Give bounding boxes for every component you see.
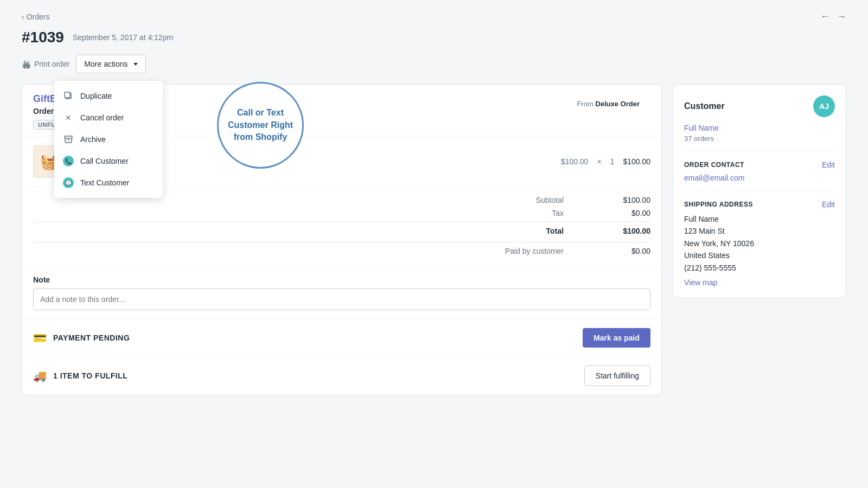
more-actions-label: More actions	[84, 60, 127, 68]
printer-icon: 🖨️	[22, 60, 31, 68]
shipping-edit-button[interactable]: Edit	[822, 200, 835, 209]
product-price: $100.00	[561, 157, 589, 166]
avatar: AJ	[813, 95, 835, 117]
source-label: From	[577, 100, 593, 108]
divider-2	[684, 191, 835, 191]
customer-title: Customer	[684, 101, 725, 111]
product-quantity: 1	[610, 157, 615, 166]
fulfill-label: 1 ITEM TO FULFILL	[53, 371, 127, 380]
archive-icon	[63, 134, 74, 145]
order-source: From Deluxe Order	[566, 93, 650, 108]
payment-icon: 💳	[33, 331, 47, 344]
shipping-address: Full Name 123 Main St New York, NY 10026…	[684, 213, 835, 274]
order-summary: Subtotal $100.00 Tax $0.00 Total $100.00…	[22, 187, 661, 266]
nav-arrows: ← →	[820, 11, 846, 22]
dropdown-item-call[interactable]: 📞 Call Customer	[54, 150, 163, 172]
truck-icon: 🚚	[33, 369, 47, 382]
note-section: Note	[22, 266, 661, 319]
dropdown-item-cancel[interactable]: ✕ Cancel order	[54, 107, 163, 129]
order-date: September 5, 2017 at 4:12pm	[73, 33, 173, 42]
callout-text: Call or Text Customer Right from Shopify	[227, 107, 293, 143]
contact-section-header: ORDER CONTACT Edit	[684, 160, 835, 169]
order-header: #1039 September 5, 2017 at 4:12pm	[22, 29, 846, 46]
callout-circle: Call or Text Customer Right from Shopify	[217, 82, 304, 169]
back-link[interactable]: ‹ Orders	[22, 12, 49, 21]
svg-rect-2	[65, 136, 72, 138]
print-order-button[interactable]: 🖨️ Print order	[22, 60, 69, 68]
payment-section: 💳 PAYMENT PENDING Mark as paid	[22, 319, 661, 356]
view-map-link[interactable]: View map	[684, 278, 835, 287]
next-order-button[interactable]: →	[837, 11, 846, 22]
contact-email[interactable]: email@email.com	[684, 174, 744, 182]
total-row: Total $100.00	[33, 222, 650, 237]
order-number: #1039	[22, 29, 64, 46]
dropdown-item-text[interactable]: 💬 Text Customer	[54, 172, 163, 194]
tax-label: Tax	[552, 209, 564, 217]
chevron-down-icon	[133, 63, 138, 66]
back-arrow-icon: ‹	[22, 12, 24, 21]
product-pricing: $100.00 × 1 $100.00	[561, 157, 650, 166]
address-line-3: New York, NY 10026	[684, 237, 835, 249]
subtotal-value: $100.00	[607, 196, 650, 204]
cancel-label: Cancel order	[80, 113, 124, 122]
source-name: Deluxe Order	[595, 100, 640, 108]
product-total: $100.00	[623, 157, 650, 166]
contact-edit-button[interactable]: Edit	[822, 160, 835, 169]
paid-label: Paid by customer	[505, 247, 564, 255]
payment-label: PAYMENT PENDING	[53, 333, 130, 342]
address-line-4: United States	[684, 249, 835, 261]
shipping-section-header: SHIPPING ADDRESS Edit	[684, 200, 835, 209]
note-label: Note	[33, 275, 650, 284]
print-label: Print order	[34, 60, 69, 68]
paid-row: Paid by customer $0.00	[33, 242, 650, 258]
customer-header: Customer AJ	[684, 95, 835, 117]
dropdown-item-archive[interactable]: Archive	[54, 129, 163, 150]
shipping-section-label: SHIPPING ADDRESS	[684, 201, 753, 208]
prev-order-button[interactable]: ←	[820, 11, 830, 22]
total-label: Total	[546, 227, 564, 235]
top-nav: ‹ Orders ← →	[22, 11, 846, 22]
action-bar: 🖨️ Print order More actions Duplicate ✕ …	[22, 55, 846, 73]
contact-section-label: ORDER CONTACT	[684, 161, 744, 169]
note-input[interactable]	[33, 288, 650, 310]
call-label: Call Customer	[80, 157, 129, 165]
right-panel: Customer AJ Full Name 37 orders ORDER CO…	[673, 84, 846, 307]
address-line-2: 123 Main St	[684, 225, 835, 237]
back-link-label: Orders	[27, 12, 50, 21]
paid-value: $0.00	[607, 247, 650, 255]
cancel-icon: ✕	[63, 112, 74, 123]
tax-value: $0.00	[607, 209, 650, 217]
start-fulfilling-button[interactable]: Start fulfilling	[584, 365, 650, 386]
customer-card: Customer AJ Full Name 37 orders ORDER CO…	[673, 84, 846, 298]
text-icon: 💬	[63, 177, 74, 188]
tax-row: Tax $0.00	[33, 207, 650, 220]
customer-orders: 37 orders	[684, 134, 835, 143]
subtotal-label: Subtotal	[536, 196, 564, 204]
customer-name[interactable]: Full Name	[684, 124, 835, 132]
text-label: Text Customer	[80, 178, 129, 187]
duplicate-label: Duplicate	[80, 92, 112, 100]
mark-as-paid-button[interactable]: Mark as paid	[583, 328, 650, 348]
address-line-1: Full Name	[684, 213, 835, 225]
total-value: $100.00	[607, 227, 650, 235]
duplicate-icon	[63, 91, 74, 101]
dropdown-menu: Duplicate ✕ Cancel order Archive 📞 Cal	[54, 81, 163, 198]
fulfill-section: 🚚 1 ITEM TO FULFILL Start fulfilling	[22, 356, 661, 395]
more-actions-button[interactable]: More actions	[76, 55, 145, 73]
dropdown-item-duplicate[interactable]: Duplicate	[54, 85, 163, 107]
archive-label: Archive	[80, 135, 106, 144]
svg-rect-1	[65, 92, 70, 98]
call-icon: 📞	[63, 156, 74, 166]
quantity-x: ×	[597, 157, 601, 166]
address-line-5: (212) 555-5555	[684, 262, 835, 274]
divider-1	[684, 151, 835, 152]
